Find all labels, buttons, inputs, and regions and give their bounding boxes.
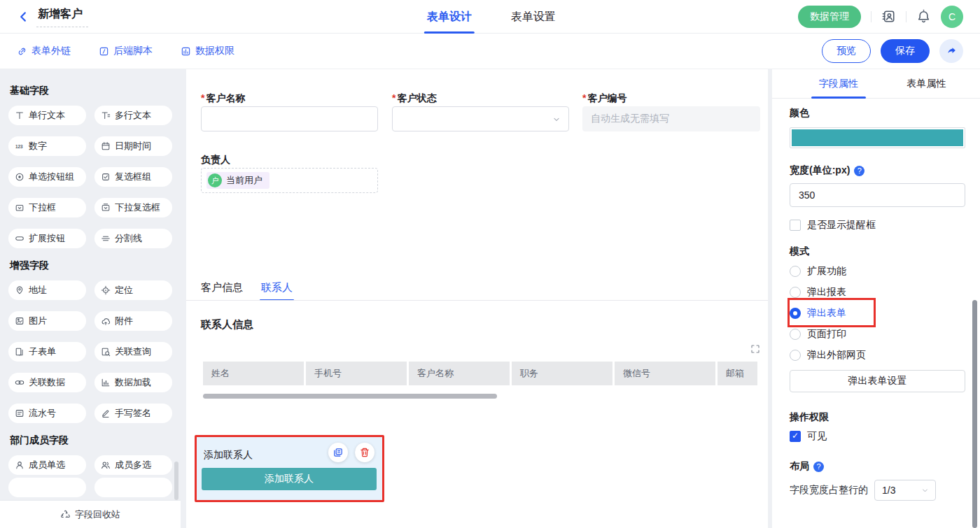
sidebar-item-member-single[interactable]: 成员单选 xyxy=(8,455,86,475)
add-contact-block[interactable]: 添加联系人 添加联系人 xyxy=(195,435,384,502)
toolbar-link-backend-script[interactable]: 后端脚本 xyxy=(99,45,153,57)
reminder-checkbox[interactable] xyxy=(790,220,801,231)
toolbar-link-data-permission[interactable]: 数据权限 xyxy=(181,45,234,57)
sidebar-item-multi-line-text[interactable]: 多行文本 xyxy=(94,106,172,125)
toolbar-link-label: 表单外链 xyxy=(31,45,71,57)
add-contact-button[interactable]: 添加联系人 xyxy=(202,468,377,490)
sidebar-item-multi-select[interactable]: 下拉复选框 xyxy=(94,198,172,217)
data-manage-button[interactable]: 数据管理 xyxy=(798,6,861,28)
mode-option-2[interactable]: 弹出报表 xyxy=(790,286,846,299)
sidebar-item-select[interactable]: 下拉框 xyxy=(8,198,86,217)
sidebar-item-label: 成员多选 xyxy=(115,459,151,471)
sidebar-item-signature[interactable]: 手写签名 xyxy=(94,404,172,423)
sidebar-item-radio-group[interactable]: 单选按钮组 xyxy=(8,167,86,187)
back-button[interactable] xyxy=(17,10,29,23)
tab-form-settings[interactable]: 表单设置 xyxy=(511,0,556,34)
preview-button[interactable]: 预览 xyxy=(822,39,871,63)
sidebar-item-extend-button[interactable]: 扩展按钮 xyxy=(8,229,86,248)
sidebar-item-attachment[interactable]: 附件 xyxy=(94,311,172,331)
sidebar-item-member-multi[interactable]: 成员多选 xyxy=(94,455,172,475)
layout-width-select[interactable]: 1/3 xyxy=(874,480,936,501)
tab-form-design[interactable]: 表单设计 xyxy=(427,0,472,34)
user-avatar[interactable]: C xyxy=(941,6,963,28)
sidebar-item-linked-query[interactable]: 关联查询 xyxy=(94,342,172,362)
sidebar-item-label: 关联查询 xyxy=(115,345,151,358)
image-icon xyxy=(15,316,24,326)
sidebar-grid: 单行文本多行文本123数字日期时间单选按钮组复选框组下拉框下拉复选框扩展按钮分割… xyxy=(8,106,172,248)
sidebar-section-title: 基础字段 xyxy=(10,85,171,97)
sidebar-item-image[interactable]: 图片 xyxy=(8,311,86,331)
customer-status-select[interactable] xyxy=(392,106,569,131)
sidebar-item-number[interactable]: 123数字 xyxy=(8,136,86,156)
delete-field-button[interactable] xyxy=(355,443,374,462)
visible-checkbox-row[interactable]: 可见 xyxy=(790,430,827,443)
visible-checkbox[interactable] xyxy=(790,431,801,442)
number-icon: 123 xyxy=(15,141,24,151)
radio-icon xyxy=(790,287,801,298)
mode-option-5[interactable]: 弹出外部网页 xyxy=(790,349,866,362)
table-horizontal-scrollbar[interactable] xyxy=(203,394,497,399)
select-icon xyxy=(15,203,24,213)
tab-field-properties[interactable]: 字段属性 xyxy=(794,69,883,98)
data-load-icon xyxy=(101,378,111,387)
sidebar-item-label: 单选按钮组 xyxy=(29,171,74,183)
tab-contacts[interactable]: 联系人 xyxy=(261,281,293,300)
sidebar-item-label: 日期时间 xyxy=(115,140,151,152)
fullscreen-icon xyxy=(750,343,761,355)
help-icon[interactable] xyxy=(854,166,864,176)
color-swatch-inner xyxy=(792,129,963,146)
field-recycle-bin[interactable]: 字段回收站 xyxy=(0,500,181,528)
radio-icon xyxy=(790,308,801,319)
share-button[interactable] xyxy=(939,39,963,63)
expand-icon[interactable] xyxy=(750,343,761,357)
panel-scrollbar[interactable] xyxy=(972,300,977,528)
sidebar-item-subform[interactable]: 子表单 xyxy=(8,342,86,362)
copy-field-button[interactable] xyxy=(328,443,348,462)
permission-icon xyxy=(181,46,191,57)
owner-field[interactable]: 户 当前用户 xyxy=(201,168,378,193)
customer-name-input[interactable] xyxy=(201,106,378,131)
linked-data-icon xyxy=(15,378,24,387)
sidebar-item-divider[interactable]: 分割线 xyxy=(94,229,172,248)
sidebar-item-address[interactable]: 地址 xyxy=(8,280,86,300)
contacts-icon xyxy=(881,9,896,24)
main-tabs: 表单设计 表单设置 xyxy=(427,0,556,34)
current-user-tag[interactable]: 户 当前用户 xyxy=(206,172,270,189)
sidebar-item-data-load[interactable]: 数据加载 xyxy=(94,373,172,392)
sidebar-item-linked-data[interactable]: 关联数据 xyxy=(8,373,86,392)
width-input[interactable]: 350 xyxy=(790,183,965,207)
help-icon[interactable] xyxy=(813,462,824,472)
notification-bell-icon[interactable] xyxy=(916,9,931,24)
sidebar-item-single-line-text[interactable]: 单行文本 xyxy=(8,106,86,125)
share-icon xyxy=(946,45,957,57)
sidebar-item-label: 下拉复选框 xyxy=(115,201,160,214)
save-button[interactable]: 保存 xyxy=(881,39,930,63)
add-contact-field-label: 添加联系人 xyxy=(204,449,253,462)
sidebar-item-partial[interactable] xyxy=(8,478,86,497)
popup-form-settings-button[interactable]: 弹出表单设置 xyxy=(790,370,965,392)
form-canvas: 客户名称 客户状态 客户编号 自动生成无需填写 负责人 户 当前用户 客户信息 … xyxy=(186,69,768,528)
trash-icon xyxy=(359,447,370,458)
toolbar-link-form-external-link[interactable]: 表单外链 xyxy=(17,45,71,57)
contacts-book-icon[interactable] xyxy=(881,9,896,24)
color-picker[interactable] xyxy=(790,127,965,148)
divider xyxy=(871,11,872,22)
tab-form-properties[interactable]: 表单属性 xyxy=(883,69,971,98)
reminder-checkbox-row[interactable]: 是否显示提醒框 xyxy=(790,219,876,231)
sidebar-item-partial[interactable] xyxy=(94,478,172,497)
tab-customer-info[interactable]: 客户信息 xyxy=(201,281,243,300)
canvas-tabs: 客户信息 联系人 xyxy=(201,281,293,300)
contact-table-header: 姓名手机号客户名称职务微信号邮箱 xyxy=(203,362,757,385)
sidebar-item-datetime[interactable]: 日期时间 xyxy=(94,136,172,156)
table-column-header: 微信号 xyxy=(615,362,715,385)
sidebar-item-checkbox-group[interactable]: 复选框组 xyxy=(94,167,172,187)
mode-option-1[interactable]: 扩展功能 xyxy=(790,265,846,278)
serial-number-icon xyxy=(15,408,24,418)
sidebar-item-serial-number[interactable]: 流水号 xyxy=(8,404,86,423)
recycle-icon xyxy=(60,509,71,520)
datetime-icon xyxy=(101,141,111,151)
mode-option-4[interactable]: 页面打印 xyxy=(790,328,846,341)
mode-option-3[interactable]: 弹出表单 xyxy=(790,307,846,320)
sidebar-scrollbar[interactable] xyxy=(174,462,178,500)
sidebar-item-locate[interactable]: 定位 xyxy=(94,280,172,300)
